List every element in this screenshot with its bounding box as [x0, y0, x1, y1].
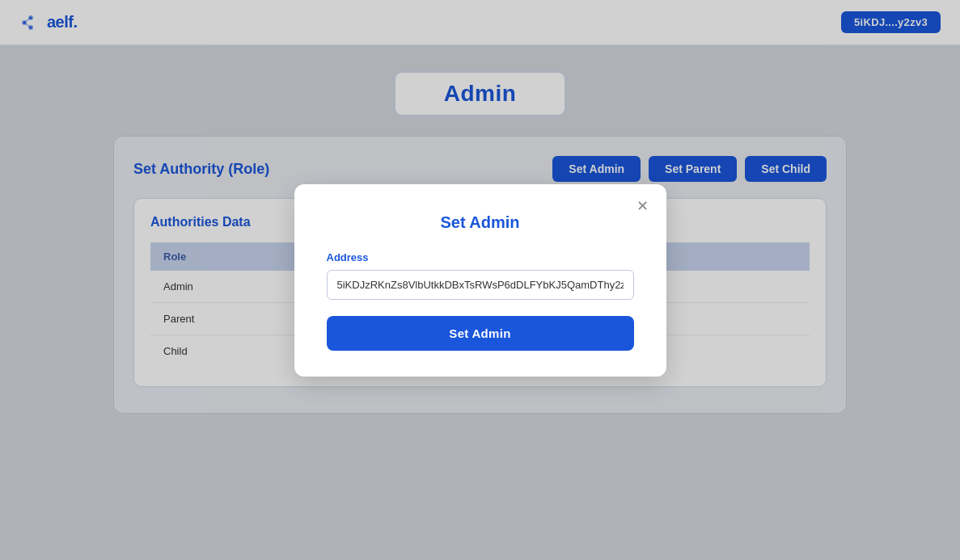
modal-submit-button[interactable]: Set Admin	[327, 316, 634, 351]
address-input[interactable]	[327, 270, 634, 300]
modal-close-button[interactable]: ✕	[633, 196, 652, 217]
address-label: Address	[327, 251, 634, 263]
modal-title: Set Admin	[327, 213, 634, 232]
set-admin-modal: ✕ Set Admin Address Set Admin	[294, 184, 666, 377]
modal-overlay[interactable]: ✕ Set Admin Address Set Admin	[0, 0, 960, 560]
